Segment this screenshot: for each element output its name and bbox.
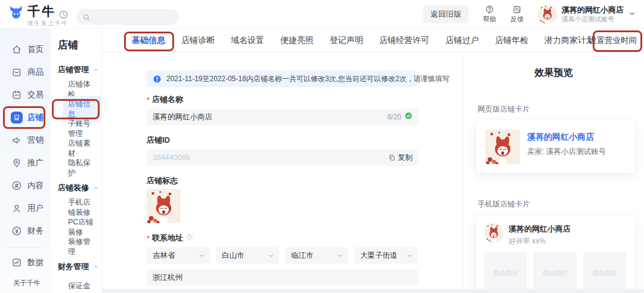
shop-name-suffix: 8/20 (388, 109, 413, 125)
shop-icon (11, 112, 23, 124)
content-icon (11, 180, 23, 192)
mobile-shop-card: 溪苒的网红小商店 好评率 xx% 商品图片 商品图片 商品图片 (476, 215, 635, 293)
copy-shop-id-button[interactable]: 复制 (388, 149, 413, 166)
avatar (538, 5, 557, 24)
web-card-shop-name[interactable]: 溪苒的网红小商店 (527, 132, 606, 143)
nav-users[interactable]: 用户 (0, 197, 50, 220)
nav-goods[interactable]: 商品 (0, 61, 50, 84)
qianniu-seller-admin: 千牛 做生意上千牛 返回旧版 帮助 反馈 溪苒的网红小商店 溪苒小 (0, 0, 644, 293)
about-qianniu-link[interactable]: 关于千牛 (0, 274, 50, 288)
tab-annual-check[interactable]: 店铺年检 (495, 35, 528, 46)
home-icon (11, 44, 23, 55)
tab-shop-transfer[interactable]: 店铺过户 (445, 35, 479, 46)
preview-title: 效果预览 (463, 67, 644, 79)
notice-text: 2021-11-19至2022-05-18内店铺名称一共可以修改3次,您当前还可… (166, 74, 450, 84)
web-shop-card: 溪苒的网红小商店 卖家: 溪苒小店测试账号 (476, 121, 635, 173)
shop-sidebar: 店铺 店铺管理 店铺体检 店铺信息 子账号管理 店铺素材 隐私保护 店铺装修 手… (50, 29, 101, 293)
help-icon (485, 5, 494, 14)
district-select[interactable]: 临江市 (285, 247, 348, 264)
divider (10, 247, 41, 248)
trade-icon (11, 89, 23, 101)
nav-marketing[interactable]: 营销 (0, 129, 50, 152)
address-select-row: 吉林省 白山市 临江市 大栗子街道 (147, 247, 418, 264)
product-image-placeholder: 商品图片 (583, 252, 626, 293)
tab-registration-statement[interactable]: 登记声明 (330, 35, 363, 46)
product-image-placeholder: 商品图片 (534, 252, 577, 293)
province-select[interactable]: 吉林省 (147, 247, 210, 264)
content-bottom-strip (102, 289, 644, 293)
tab-basic-info[interactable]: 基础信息 (132, 35, 165, 46)
sidebar-item-decoration-manage[interactable]: 装修管理 (51, 237, 101, 257)
nav-home[interactable]: 首页 (0, 38, 50, 61)
nav-data[interactable]: 数据 (0, 251, 50, 274)
left-nav-rail: 首页 商品 交易 店铺 营销 推广 内容 用户 财务 数据 关于千牛 Copyr… (0, 29, 50, 293)
sidebar-item-deposit[interactable]: 保证金 (51, 276, 101, 293)
feedback-label: 反馈 (510, 15, 524, 24)
goods-icon (11, 66, 23, 78)
shop-name-field: 8/20 (147, 109, 418, 125)
chevron-down-icon (628, 9, 636, 20)
users-icon (11, 202, 23, 214)
product-image-placeholder: 商品图片 (484, 252, 527, 293)
address-detail-input[interactable] (153, 273, 412, 282)
feedback-button[interactable]: 反馈 (510, 5, 524, 24)
shop-id-label: 店铺ID (147, 135, 418, 146)
set-business-hours-button[interactable]: 设置营业时间 (589, 35, 637, 46)
chevron-down-icon (337, 252, 343, 259)
web-card-seller: 卖家: 溪苒小店测试账号 (527, 147, 606, 157)
help-button[interactable]: 帮助 (483, 5, 496, 24)
web-card-image (485, 129, 520, 164)
nav-promotion[interactable]: 推广 (0, 152, 50, 174)
tab-potential-merchant-plan[interactable]: 潜力商家计划 (544, 35, 595, 46)
tab-convenient-license[interactable]: 便捷亮照 (280, 35, 314, 46)
copyright-text: Copyright (0, 288, 50, 293)
nav-finance[interactable]: 财务 (0, 220, 50, 242)
topbar: 千牛 做生意上千牛 返回旧版 帮助 反馈 溪苒的网红小商店 溪苒小 (0, 0, 644, 29)
city-select[interactable]: 白山市 (216, 247, 279, 264)
contact-address-label: * 联系地址 (147, 233, 418, 243)
mobile-card-avatar (484, 223, 503, 242)
sidebar-item-privacy[interactable]: 隐私保护 (51, 158, 101, 178)
nav-shop[interactable]: 店铺 (0, 106, 50, 129)
mobile-card-header: 溪苒的网红小商店 好评率 xx% (484, 223, 627, 246)
sidebar-title: 店铺 (58, 38, 101, 52)
tab-shop-diagnosis[interactable]: 店铺诊断 (181, 35, 215, 46)
search-bar[interactable] (76, 9, 179, 25)
street-select[interactable]: 大栗子街道 (354, 247, 417, 264)
history-icon[interactable] (58, 10, 69, 22)
shop-id-input (153, 153, 412, 162)
question-circle-icon[interactable] (185, 233, 193, 243)
search-icon (82, 13, 91, 21)
search-input[interactable] (94, 13, 166, 21)
chevron-up-icon (93, 264, 99, 270)
required-mark: * (147, 95, 150, 104)
web-card-label: 网页版店铺卡片 (478, 104, 644, 115)
mobile-card-shop-name: 溪苒的网红小商店 (509, 224, 571, 235)
info-icon (153, 75, 162, 84)
qianniu-bull-icon (8, 5, 24, 20)
char-counter: 8/20 (388, 113, 401, 121)
shop-id-field: 复制 (147, 149, 418, 166)
valid-check-icon (404, 112, 413, 122)
content-area: 2021-11-19至2022-05-18内店铺名称一共可以修改3次,您当前还可… (102, 53, 644, 293)
chevron-up-icon (93, 185, 99, 191)
address-detail-field (147, 269, 418, 286)
mobile-card-rating: 好评率 xx% (509, 236, 571, 246)
basic-info-form: 2021-11-19至2022-05-18内店铺名称一共可以修改3次,您当前还可… (147, 53, 418, 293)
nav-trade[interactable]: 交易 (0, 84, 50, 106)
preview-panel: 效果预览 网页版店铺卡片 溪苒的网红小商店 卖家: 溪苒小店测试账号 手机版店铺… (463, 53, 644, 293)
nav-content[interactable]: 内容 (0, 174, 50, 197)
promotion-icon (11, 157, 23, 169)
chevron-up-icon (93, 67, 99, 73)
account-menu[interactable]: 溪苒的网红小商店 溪苒小店测试账号 (538, 5, 636, 24)
back-to-old-version-button[interactable]: 返回旧版 (423, 5, 469, 23)
tab-business-license[interactable]: 店铺经营许可 (379, 35, 429, 46)
tab-domain-settings[interactable]: 域名设置 (231, 35, 264, 46)
chevron-down-icon (199, 252, 205, 259)
shop-logo-image[interactable] (147, 189, 181, 223)
marketing-icon (11, 134, 23, 146)
shop-name-input[interactable] (153, 113, 412, 121)
shop-name: 溪苒的网红小商店 (562, 5, 624, 15)
topbar-right: 返回旧版 帮助 反馈 溪苒的网红小商店 溪苒小店测试账号 (423, 0, 636, 29)
mobile-card-label: 手机版店铺卡片 (478, 199, 644, 209)
